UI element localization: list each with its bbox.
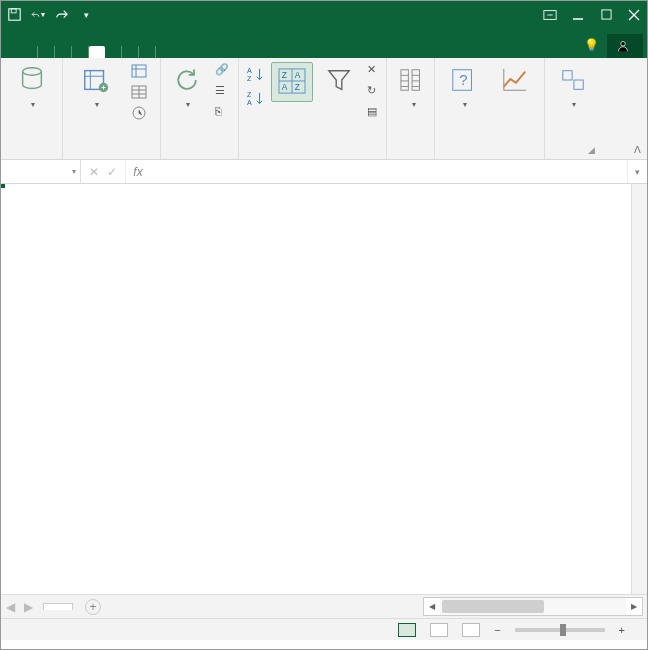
table-icon (131, 63, 147, 79)
whatif-button[interactable]: ? (441, 62, 487, 111)
status-bar: − + (1, 618, 647, 640)
new-query-icon (80, 64, 112, 96)
data-tools-icon (397, 64, 429, 96)
save-icon[interactable] (7, 8, 21, 22)
page-layout-view-button[interactable] (430, 623, 448, 637)
svg-text:Z: Z (247, 91, 252, 99)
worksheet[interactable] (1, 184, 647, 594)
refresh-icon (171, 64, 203, 96)
vertical-scrollbar[interactable] (631, 184, 647, 594)
svg-rect-1 (11, 9, 16, 13)
fx-icon[interactable]: fx (126, 160, 150, 183)
filter-icon (323, 64, 355, 96)
title-bar: ▾ ▾ (1, 1, 647, 28)
expand-formula-icon[interactable]: ▾ (627, 160, 647, 183)
svg-text:A: A (295, 70, 301, 80)
outline-button[interactable] (551, 62, 595, 111)
sort-icon: ZAAZ (276, 65, 308, 97)
add-sheet-button[interactable]: + (85, 599, 101, 615)
svg-text:Z: Z (295, 82, 300, 92)
name-box[interactable] (1, 160, 81, 183)
close-icon[interactable] (627, 8, 641, 22)
normal-view-button[interactable] (398, 623, 416, 637)
group-label (441, 154, 538, 157)
accept-formula-icon: ✓ (107, 165, 117, 179)
tab-developer[interactable] (139, 46, 156, 58)
reapply-button: ↻ (365, 83, 385, 101)
svg-point-5 (22, 68, 41, 76)
svg-rect-21 (412, 70, 419, 90)
sort-za-icon: ZA (247, 91, 263, 107)
tab-nav-next[interactable]: ▶ (19, 600, 37, 614)
clear-filter-button: ✕ (365, 62, 385, 80)
redo-icon[interactable] (55, 8, 69, 22)
refresh-all-button[interactable] (167, 62, 207, 111)
recent-icon (131, 105, 147, 121)
group-label (69, 154, 154, 157)
grid-icon (131, 84, 147, 100)
svg-text:Z: Z (282, 70, 287, 80)
sort-za-button[interactable]: ZA (245, 90, 265, 108)
horizontal-scrollbar[interactable]: ◀ ▶ (423, 597, 643, 616)
svg-text:Z: Z (247, 75, 252, 83)
tab-nav-prev[interactable]: ◀ (1, 600, 19, 614)
svg-text:A: A (247, 67, 252, 75)
whatif-icon: ? (448, 64, 480, 96)
advanced-icon: ▤ (367, 105, 383, 121)
ribbon-options-icon[interactable] (543, 8, 557, 22)
edit-links-button: ⎘ (213, 104, 233, 122)
sort-az-button[interactable]: AZ (245, 66, 265, 84)
outline-icon (557, 64, 589, 96)
collapse-ribbon-icon[interactable]: ᐱ (634, 144, 641, 155)
filter-button[interactable] (319, 62, 359, 100)
zoom-out-button[interactable]: − (494, 624, 500, 636)
maximize-icon[interactable] (599, 8, 613, 22)
tab-insert[interactable] (38, 46, 55, 58)
forecast-sheet-button[interactable] (493, 62, 539, 100)
recent-sources-button[interactable] (129, 104, 149, 122)
data-tools-button[interactable] (393, 62, 433, 111)
svg-rect-25 (574, 80, 583, 89)
svg-point-4 (621, 42, 626, 47)
ribbon: 🔗 ☰ ⎘ AZ ZA ZAAZ ✕ ↻ ▤ ? (1, 58, 647, 160)
tab-page-layout[interactable] (55, 46, 72, 58)
tab-home[interactable] (21, 46, 38, 58)
svg-text:?: ? (459, 71, 467, 88)
ribbon-tabs: 💡 (1, 28, 647, 58)
qat-customize-icon[interactable]: ▾ (79, 8, 93, 22)
from-table-button[interactable] (129, 83, 149, 101)
sort-button[interactable]: ZAAZ (271, 62, 313, 102)
tell-me[interactable]: 💡 (576, 32, 607, 58)
show-queries-button[interactable] (129, 62, 149, 80)
tab-formulas[interactable] (72, 46, 89, 58)
forecast-icon (499, 64, 531, 96)
sheet-tab[interactable] (43, 603, 73, 610)
undo-icon[interactable]: ▾ (31, 8, 45, 22)
formula-bar: ✕ ✓ fx ▾ (1, 160, 647, 184)
share-button[interactable] (607, 34, 643, 58)
cancel-formula-icon: ✕ (89, 165, 99, 179)
svg-rect-0 (8, 9, 19, 20)
minimize-icon[interactable] (571, 8, 585, 22)
dialog-launcher-icon[interactable]: ◢ (588, 145, 595, 155)
tab-view[interactable] (122, 46, 139, 58)
sort-az-icon: AZ (247, 67, 263, 83)
sheet-tab-bar: ◀ ▶ + ◀ ▶ (1, 594, 647, 618)
group-label (167, 154, 232, 157)
tab-file[interactable] (5, 46, 21, 58)
zoom-in-button[interactable]: + (619, 624, 625, 636)
tab-data[interactable] (89, 46, 105, 58)
get-external-data-button[interactable] (7, 62, 56, 111)
properties-button: ☰ (213, 83, 233, 101)
reapply-icon: ↻ (367, 84, 383, 100)
scroll-left-icon[interactable]: ◀ (424, 598, 440, 615)
scroll-right-icon[interactable]: ▶ (626, 598, 642, 615)
tab-review[interactable] (105, 46, 122, 58)
zoom-slider[interactable] (515, 628, 605, 632)
formula-input[interactable] (150, 160, 627, 183)
clear-icon: ✕ (367, 63, 383, 79)
svg-rect-20 (401, 70, 408, 90)
properties-icon: ☰ (215, 84, 231, 100)
page-break-view-button[interactable] (462, 623, 480, 637)
new-query-button[interactable] (69, 62, 123, 111)
